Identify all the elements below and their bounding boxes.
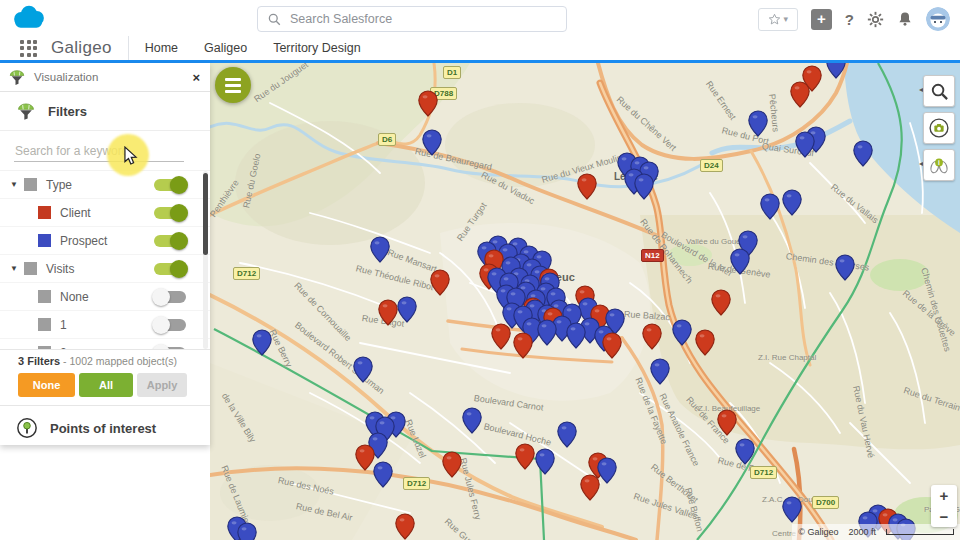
close-icon[interactable]: × (190, 70, 202, 85)
map-pin-client[interactable] (717, 409, 737, 436)
map-pin-prospect[interactable] (597, 457, 617, 484)
map-pin-prospect[interactable] (853, 140, 873, 167)
map-pin-prospect[interactable] (735, 438, 755, 465)
map-pin-prospect[interactable] (353, 356, 373, 383)
poi-pin-icon (16, 417, 38, 439)
scale-label: 2000 ft (848, 527, 876, 537)
map-pin-prospect[interactable] (634, 173, 654, 200)
magnifier-icon (930, 82, 949, 101)
map-pin-prospect[interactable] (397, 296, 417, 323)
map-pin-prospect[interactable] (537, 319, 557, 346)
map-pin-prospect[interactable] (535, 448, 555, 475)
favorites-button[interactable]: ▾ (758, 8, 798, 31)
map-pin-client[interactable] (515, 443, 535, 470)
map-screenshot-button[interactable] (923, 112, 955, 144)
toggle-switch[interactable] (154, 179, 186, 191)
filter-row-client: ▼Client (0, 199, 210, 227)
toggle-switch[interactable] (154, 207, 186, 219)
map-pin-client[interactable] (430, 269, 450, 296)
global-add-button[interactable]: + (811, 9, 832, 30)
global-search[interactable] (257, 6, 567, 32)
street-label: Z.I. Rue Chaptal (758, 353, 816, 362)
caret-down-icon: ▾ (784, 14, 789, 24)
map-pin-prospect[interactable] (835, 254, 855, 281)
map-pin-client[interactable] (790, 81, 810, 108)
map-pin-client[interactable] (711, 289, 731, 316)
expand-arrow-icon[interactable]: ▼ (10, 264, 24, 273)
tab-territory-design[interactable]: Territory Design (273, 41, 361, 55)
map-pin-client[interactable] (695, 329, 715, 356)
map-pin-client[interactable] (442, 451, 462, 478)
filters-title: Filters (48, 104, 87, 119)
all-button[interactable]: All (79, 373, 133, 397)
scale-bar (886, 529, 954, 535)
map-pin-prospect[interactable] (370, 236, 390, 263)
map-pin-client[interactable] (378, 299, 398, 326)
map-pin-client[interactable] (577, 173, 597, 200)
zoom-in-button[interactable]: + (931, 485, 957, 506)
map-pin-prospect[interactable] (672, 319, 692, 346)
map-menu-button[interactable] (215, 67, 251, 103)
map-pin-prospect[interactable] (650, 358, 670, 385)
tab-galigeo[interactable]: Galigeo (204, 41, 247, 55)
keyword-search-input[interactable] (14, 141, 184, 162)
salesforce-cloud-logo[interactable] (8, 4, 50, 32)
map-pin-prospect[interactable] (760, 193, 780, 220)
map-pin-prospect[interactable] (252, 329, 272, 356)
nav-tabs: Home Galigeo Territory Design (128, 36, 361, 60)
map-pin-prospect[interactable] (748, 110, 768, 137)
help-button[interactable]: ? (845, 11, 854, 28)
zoom-out-button[interactable]: − (931, 506, 957, 527)
map-pin-prospect[interactable] (557, 421, 577, 448)
filter-label: 2 (60, 346, 154, 350)
camera-icon (928, 117, 950, 139)
map-pin-client[interactable] (642, 323, 662, 350)
scrollbar-thumb[interactable] (203, 173, 208, 255)
road-shield: N12 (641, 249, 664, 262)
map-pin-prospect[interactable] (782, 496, 802, 523)
map-pin-client[interactable] (355, 444, 375, 471)
setup-gear-icon[interactable] (867, 11, 884, 28)
scrollbar[interactable] (203, 171, 208, 349)
filter-label: 1 (60, 318, 154, 332)
map-pin-prospect[interactable] (566, 322, 586, 349)
map-pin-prospect[interactable] (462, 407, 482, 434)
none-button[interactable]: None (18, 373, 75, 397)
map-pin-client[interactable] (395, 513, 415, 540)
map-pin-prospect[interactable] (237, 522, 257, 540)
toggle-switch[interactable] (154, 319, 186, 331)
apply-button[interactable]: Apply (137, 373, 187, 397)
map-search-button[interactable] (923, 75, 955, 107)
notifications-bell-icon[interactable] (897, 11, 913, 27)
map-pin-prospect[interactable] (826, 63, 846, 79)
map-pin-client[interactable] (418, 90, 438, 117)
filter-row-none: ▼None (0, 283, 210, 311)
filters-footer: 3 Filters - 1002 mapped object(s) None A… (0, 349, 210, 405)
map-pin-client[interactable] (602, 332, 622, 359)
toggle-switch[interactable] (154, 263, 186, 275)
expand-arrow-icon[interactable]: ▼ (10, 180, 24, 189)
map-pin-prospect[interactable] (730, 248, 750, 275)
swatch (24, 262, 37, 275)
map-canvas[interactable]: Rue du JouguetRue du GoeloPenthièvreRue … (210, 63, 960, 540)
galigeo-funnel-icon (8, 68, 26, 86)
road-shield: D6 (378, 133, 396, 146)
map-pin-prospect[interactable] (373, 461, 393, 488)
filters-section-header[interactable]: Filters (0, 92, 210, 131)
map-pin-prospect[interactable] (795, 131, 815, 158)
panel-header: Visualization × (0, 63, 210, 92)
map-pin-client[interactable] (580, 474, 600, 501)
global-search-input[interactable] (288, 11, 566, 27)
map-pin-client[interactable] (513, 332, 533, 359)
map-fly-tool-button[interactable]: i (923, 149, 955, 181)
toggle-switch[interactable] (154, 235, 186, 247)
points-of-interest-section[interactable]: Points of interest (0, 405, 210, 450)
map-pin-client[interactable] (491, 323, 511, 350)
map-pin-prospect[interactable] (422, 129, 442, 156)
map-pin-prospect[interactable] (782, 189, 802, 216)
tab-home[interactable]: Home (145, 41, 178, 55)
toggle-switch[interactable] (154, 347, 186, 350)
toggle-switch[interactable] (154, 291, 186, 303)
user-avatar[interactable] (926, 7, 950, 31)
app-launcher-icon[interactable] (20, 40, 37, 57)
